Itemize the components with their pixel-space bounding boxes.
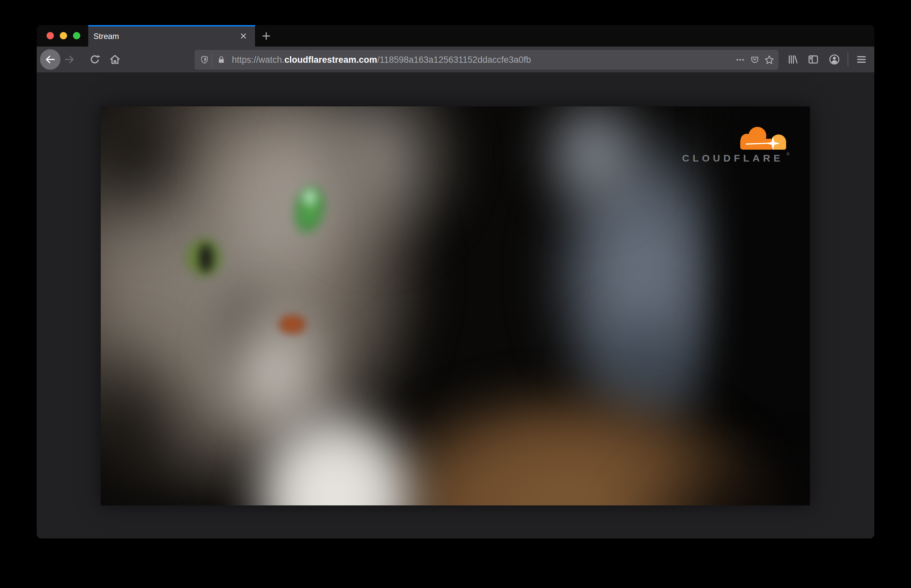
cat-right-eye-highlight	[299, 185, 321, 210]
video-player[interactable]: CLOUDFLARE ®	[101, 107, 810, 506]
forward-button[interactable]	[62, 52, 77, 67]
cloudflare-wordmark: CLOUDFLARE	[682, 153, 783, 164]
back-button[interactable]	[40, 49, 60, 70]
tab-stream[interactable]: Stream	[88, 25, 255, 47]
library-button[interactable]	[785, 52, 800, 67]
sidebar-icon	[807, 53, 819, 65]
window-zoom-button[interactable]	[73, 32, 80, 39]
tracking-protection-button[interactable]	[197, 53, 212, 67]
home-icon	[109, 53, 121, 65]
window-minimize-button[interactable]	[60, 32, 67, 39]
home-button[interactable]	[107, 52, 123, 67]
bookmark-button[interactable]	[762, 53, 777, 67]
menu-button[interactable]	[854, 52, 869, 67]
new-tab-button[interactable]	[260, 30, 273, 42]
url-scheme-subdomain: https://watch.	[232, 55, 284, 65]
cat-left-pupil	[198, 244, 214, 272]
screen: Stream	[0, 0, 911, 588]
library-icon	[787, 53, 799, 65]
forward-icon	[63, 53, 75, 65]
toolbar-divider	[848, 53, 848, 66]
account-icon	[828, 53, 841, 66]
account-button[interactable]	[827, 52, 842, 67]
tracking-shield-icon	[200, 55, 209, 65]
lock-icon	[217, 55, 226, 65]
tab-strip: Stream	[37, 25, 874, 47]
address-bar[interactable]: https://watch.cloudflarestream.com/11859…	[195, 50, 779, 70]
cloudflare-registered-mark: ®	[787, 152, 790, 157]
url-text[interactable]: https://watch.cloudflarestream.com/11859…	[232, 55, 733, 65]
tab-close-button[interactable]	[238, 31, 249, 42]
site-security-button[interactable]	[214, 53, 229, 67]
cloudflare-cloud-icon	[737, 126, 789, 151]
cloudflare-watermark: CLOUDFLARE ®	[682, 126, 796, 167]
url-domain: cloudflarestream.com	[284, 55, 377, 65]
reload-button[interactable]	[87, 52, 102, 67]
reload-icon	[89, 53, 101, 65]
sidebar-button[interactable]	[806, 52, 821, 67]
browser-window: Stream	[37, 25, 874, 538]
tab-close-icon	[239, 32, 248, 40]
tab-title: Stream	[94, 25, 119, 47]
save-to-pocket-button[interactable]	[748, 53, 762, 67]
pocket-icon	[750, 55, 760, 65]
url-path: /118598a163a125631152ddaccfe3a0fb	[377, 55, 531, 65]
window-close-button[interactable]	[47, 32, 54, 39]
page-actions-button[interactable]	[733, 53, 748, 67]
page-actions-icon	[735, 55, 745, 65]
bookmark-star-icon	[764, 55, 775, 65]
menu-icon	[856, 53, 867, 65]
new-tab-icon	[261, 31, 271, 41]
cat-nose	[277, 314, 307, 335]
back-icon	[44, 53, 56, 65]
page-content: CLOUDFLARE ®	[37, 72, 874, 538]
navigation-toolbar: https://watch.cloudflarestream.com/11859…	[37, 47, 874, 72]
